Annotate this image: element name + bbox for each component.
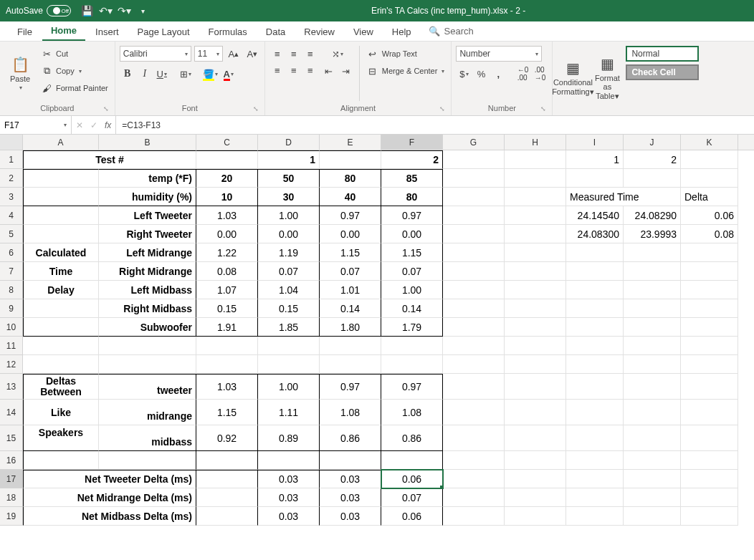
cell-I1[interactable]: 1 <box>566 150 624 169</box>
col-header-H[interactable]: H <box>505 135 566 150</box>
cell-B14[interactable]: midrange <box>99 400 196 425</box>
tab-home[interactable]: Home <box>42 21 85 41</box>
dialog-launcher-icon[interactable]: ⤡ <box>540 105 546 112</box>
cell-B13[interactable]: tweeter <box>99 374 196 400</box>
cell-H16[interactable] <box>505 451 566 470</box>
cell-J10[interactable] <box>624 318 681 337</box>
cell-A19[interactable]: Net Midbass Delta (ms) <box>23 507 196 526</box>
cell-C15[interactable]: 0.92 <box>196 425 258 451</box>
cell-H3[interactable] <box>505 188 566 206</box>
row-header-3[interactable]: 3 <box>0 188 23 206</box>
cell-I19[interactable] <box>566 507 624 526</box>
decrease-indent-button[interactable]: ⇤ <box>321 63 337 79</box>
cell-G13[interactable] <box>443 374 505 400</box>
cell-G7[interactable] <box>443 262 505 281</box>
col-header-K[interactable]: K <box>681 135 738 150</box>
cell-B4[interactable]: Left Tweeter <box>99 206 196 225</box>
cell-G9[interactable] <box>443 299 505 318</box>
cell-I17[interactable] <box>566 470 624 488</box>
cell-H8[interactable] <box>505 281 566 299</box>
tab-help[interactable]: Help <box>383 22 420 41</box>
autosave-toggle[interactable]: AutoSave Off <box>6 5 71 16</box>
cell-E6[interactable]: 1.15 <box>320 243 381 262</box>
cell-A10[interactable] <box>23 318 99 337</box>
cell-G8[interactable] <box>443 281 505 299</box>
cell-B6[interactable]: Left Midrange <box>99 243 196 262</box>
decrease-font-button[interactable]: A▾ <box>244 46 260 62</box>
cell-K3[interactable]: Delta <box>681 188 738 206</box>
increase-font-button[interactable]: A▴ <box>226 46 242 62</box>
row-header-14[interactable]: 14 <box>0 400 23 425</box>
dialog-launcher-icon[interactable]: ⤡ <box>253 105 259 112</box>
paste-button[interactable]: 📋 Paste ▾ <box>4 44 36 102</box>
cell-B3[interactable]: humidity (%) <box>99 188 196 206</box>
col-header-I[interactable]: I <box>566 135 624 150</box>
cell-K19[interactable] <box>681 507 738 526</box>
row-header-16[interactable]: 16 <box>0 451 23 470</box>
cell-E14[interactable]: 1.08 <box>320 400 381 425</box>
cell-G14[interactable] <box>443 400 505 425</box>
cell-G5[interactable] <box>443 225 505 243</box>
cell-I5[interactable]: 24.08300 <box>566 225 624 243</box>
copy-button[interactable]: ⧉Copy▾ <box>39 63 110 79</box>
cell-K2[interactable] <box>681 169 738 188</box>
align-middle-button[interactable]: ≡ <box>286 46 302 62</box>
cell-G10[interactable] <box>443 318 505 337</box>
cell-I8[interactable] <box>566 281 624 299</box>
cell-F1[interactable]: 2 <box>381 150 443 169</box>
cell-E16[interactable] <box>320 451 381 470</box>
cell-K17[interactable] <box>681 470 738 488</box>
cell-G16[interactable] <box>443 451 505 470</box>
col-header-F[interactable]: F <box>381 135 443 150</box>
cell-D7[interactable]: 0.07 <box>258 262 320 281</box>
formula-input[interactable]: =C13-F13 <box>116 116 754 134</box>
cell-D15[interactable]: 0.89 <box>258 425 320 451</box>
decrease-decimal-button[interactable]: .00→0 <box>532 66 548 82</box>
fill-color-button[interactable]: 🪣▾ <box>201 66 219 82</box>
row-header-12[interactable]: 12 <box>0 355 23 374</box>
conditional-formatting-button[interactable]: ▦ ConditionalFormatting▾ <box>557 44 588 111</box>
increase-decimal-button[interactable]: ←0.00 <box>515 66 530 82</box>
cell-D12[interactable] <box>258 355 320 374</box>
align-top-button[interactable]: ≡ <box>269 46 285 62</box>
cell-H9[interactable] <box>505 299 566 318</box>
tab-insert[interactable]: Insert <box>87 22 128 41</box>
border-button[interactable]: ⊞▾ <box>178 66 194 82</box>
row-header-1[interactable]: 1 <box>0 150 23 169</box>
cell-E10[interactable]: 1.80 <box>320 318 381 337</box>
cell-C3[interactable]: 10 <box>196 188 258 206</box>
row-header-11[interactable]: 11 <box>0 337 23 355</box>
row-header-7[interactable]: 7 <box>0 262 23 281</box>
cell-D13[interactable]: 1.00 <box>258 374 320 400</box>
cell-K16[interactable] <box>681 451 738 470</box>
cell-K9[interactable] <box>681 299 738 318</box>
cell-B7[interactable]: Right Midrange <box>99 262 196 281</box>
redo-icon[interactable]: ↷▾ <box>118 5 130 16</box>
cell-J19[interactable] <box>624 507 681 526</box>
row-header-18[interactable]: 18 <box>0 488 23 507</box>
cell-D16[interactable] <box>258 451 320 470</box>
format-painter-button[interactable]: 🖌Format Painter <box>39 80 110 96</box>
cell-D8[interactable]: 1.04 <box>258 281 320 299</box>
cell-G1[interactable] <box>443 150 505 169</box>
cell-H7[interactable] <box>505 262 566 281</box>
cell-H13[interactable] <box>505 374 566 400</box>
cell-C2[interactable]: 20 <box>196 169 258 188</box>
cell-G19[interactable] <box>443 507 505 526</box>
col-header-A[interactable]: A <box>23 135 99 150</box>
cut-button[interactable]: ✂Cut <box>39 46 110 62</box>
cell-I10[interactable] <box>566 318 624 337</box>
cell-E18[interactable]: 0.03 <box>320 488 381 507</box>
cell-F17[interactable]: 0.06 <box>381 470 443 488</box>
cell-J14[interactable] <box>624 400 681 425</box>
cancel-icon[interactable]: ✕ <box>76 120 83 130</box>
cell-B11[interactable] <box>99 337 196 355</box>
name-box[interactable]: F17▾ <box>0 116 72 134</box>
cell-D2[interactable]: 50 <box>258 169 320 188</box>
cell-F19[interactable]: 0.06 <box>381 507 443 526</box>
cell-K18[interactable] <box>681 488 738 507</box>
cell-D3[interactable]: 30 <box>258 188 320 206</box>
cell-G3[interactable] <box>443 188 505 206</box>
cell-H14[interactable] <box>505 400 566 425</box>
cell-D9[interactable]: 0.15 <box>258 299 320 318</box>
